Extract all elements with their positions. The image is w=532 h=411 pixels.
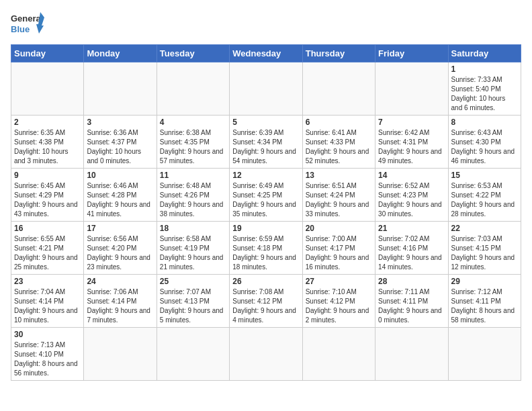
day-info: Sunrise: 7:11 AM Sunset: 4:11 PM Dayligh… [378,287,445,325]
calendar-cell: 4Sunrise: 6:38 AM Sunset: 4:35 PM Daylig… [157,116,229,169]
calendar-cell: 26Sunrise: 7:08 AM Sunset: 4:12 PM Dayli… [230,275,302,328]
page-header: General Blue [11,11,521,38]
calendar-cell: 1Sunrise: 7:33 AM Sunset: 5:40 PM Daylig… [448,62,521,116]
weekday-friday: Friday [375,45,448,62]
day-info: Sunrise: 6:39 AM Sunset: 4:34 PM Dayligh… [232,128,299,166]
calendar-cell: 2Sunrise: 6:35 AM Sunset: 4:38 PM Daylig… [11,116,84,169]
day-info: Sunrise: 6:58 AM Sunset: 4:19 PM Dayligh… [160,234,226,272]
weekday-tuesday: Tuesday [157,45,229,62]
calendar-cell: 12Sunrise: 6:49 AM Sunset: 4:25 PM Dayli… [230,169,302,222]
calendar-cell: 9Sunrise: 6:45 AM Sunset: 4:29 PM Daylig… [11,169,84,222]
day-info: Sunrise: 7:00 AM Sunset: 4:17 PM Dayligh… [306,234,372,272]
weekday-monday: Monday [84,45,157,62]
calendar-cell: 17Sunrise: 6:56 AM Sunset: 4:20 PM Dayli… [84,222,157,275]
day-number: 22 [451,224,518,233]
calendar-body: 1Sunrise: 7:33 AM Sunset: 5:40 PM Daylig… [11,62,521,381]
calendar-cell: 8Sunrise: 6:43 AM Sunset: 4:30 PM Daylig… [448,116,521,169]
day-number: 11 [160,171,226,180]
day-number: 24 [87,277,153,286]
day-info: Sunrise: 7:02 AM Sunset: 4:16 PM Dayligh… [378,234,445,272]
calendar-cell: 10Sunrise: 6:46 AM Sunset: 4:28 PM Dayli… [84,169,157,222]
calendar-cell [157,62,229,116]
day-number: 20 [306,224,372,233]
calendar-cell [84,328,157,381]
day-info: Sunrise: 7:04 AM Sunset: 4:14 PM Dayligh… [14,287,81,325]
day-number: 2 [14,118,81,127]
day-number: 18 [160,224,226,233]
calendar-cell: 7Sunrise: 6:42 AM Sunset: 4:31 PM Daylig… [375,116,448,169]
day-number: 15 [451,171,518,180]
day-info: Sunrise: 6:52 AM Sunset: 4:23 PM Dayligh… [378,181,445,219]
day-number: 16 [14,224,81,233]
day-number: 9 [14,171,81,180]
day-number: 10 [87,171,153,180]
day-info: Sunrise: 6:56 AM Sunset: 4:20 PM Dayligh… [87,234,153,272]
calendar-cell: 24Sunrise: 7:06 AM Sunset: 4:14 PM Dayli… [84,275,157,328]
calendar-cell: 28Sunrise: 7:11 AM Sunset: 4:11 PM Dayli… [375,275,448,328]
day-info: Sunrise: 6:49 AM Sunset: 4:25 PM Dayligh… [232,181,299,219]
day-number: 8 [451,118,518,127]
day-info: Sunrise: 6:59 AM Sunset: 4:18 PM Dayligh… [232,234,299,272]
day-number: 28 [378,277,445,286]
calendar-cell [230,328,302,381]
day-number: 23 [14,277,81,286]
calendar-cell: 23Sunrise: 7:04 AM Sunset: 4:14 PM Dayli… [11,275,84,328]
day-number: 17 [87,224,153,233]
logo: General Blue [11,11,44,38]
calendar-cell [84,62,157,116]
calendar-cell: 29Sunrise: 7:12 AM Sunset: 4:11 PM Dayli… [448,275,521,328]
calendar-cell: 11Sunrise: 6:48 AM Sunset: 4:26 PM Dayli… [157,169,229,222]
day-number: 25 [160,277,226,286]
day-info: Sunrise: 7:03 AM Sunset: 4:15 PM Dayligh… [451,234,518,272]
calendar-cell [375,62,448,116]
calendar-cell: 18Sunrise: 6:58 AM Sunset: 4:19 PM Dayli… [157,222,229,275]
calendar-cell: 27Sunrise: 7:10 AM Sunset: 4:12 PM Dayli… [302,275,375,328]
calendar-cell: 14Sunrise: 6:52 AM Sunset: 4:23 PM Dayli… [375,169,448,222]
calendar-cell: 3Sunrise: 6:36 AM Sunset: 4:37 PM Daylig… [84,116,157,169]
day-number: 14 [378,171,445,180]
logo-svg: General Blue [11,11,44,38]
day-info: Sunrise: 6:55 AM Sunset: 4:21 PM Dayligh… [14,234,81,272]
calendar-cell: 22Sunrise: 7:03 AM Sunset: 4:15 PM Dayli… [448,222,521,275]
day-number: 19 [232,224,299,233]
day-number: 27 [306,277,372,286]
day-info: Sunrise: 7:12 AM Sunset: 4:11 PM Dayligh… [451,287,518,325]
day-info: Sunrise: 7:33 AM Sunset: 5:40 PM Dayligh… [451,75,518,113]
day-info: Sunrise: 6:41 AM Sunset: 4:33 PM Dayligh… [306,128,372,166]
day-number: 4 [160,118,226,127]
day-info: Sunrise: 6:36 AM Sunset: 4:37 PM Dayligh… [87,128,153,166]
day-number: 13 [306,171,372,180]
day-info: Sunrise: 6:48 AM Sunset: 4:26 PM Dayligh… [160,181,226,219]
calendar-table: SundayMondayTuesdayWednesdayThursdayFrid… [11,44,521,381]
weekday-saturday: Saturday [448,45,521,62]
day-number: 21 [378,224,445,233]
day-info: Sunrise: 7:07 AM Sunset: 4:13 PM Dayligh… [160,287,226,325]
weekday-sunday: Sunday [11,45,84,62]
day-number: 26 [232,277,299,286]
day-info: Sunrise: 6:43 AM Sunset: 4:30 PM Dayligh… [451,128,518,166]
calendar-cell [375,328,448,381]
day-info: Sunrise: 6:35 AM Sunset: 4:38 PM Dayligh… [14,128,81,166]
day-info: Sunrise: 7:10 AM Sunset: 4:12 PM Dayligh… [306,287,372,325]
calendar-cell: 15Sunrise: 6:53 AM Sunset: 4:22 PM Dayli… [448,169,521,222]
calendar-cell: 6Sunrise: 6:41 AM Sunset: 4:33 PM Daylig… [302,116,375,169]
day-info: Sunrise: 6:45 AM Sunset: 4:29 PM Dayligh… [14,181,81,219]
calendar-cell [302,328,375,381]
day-number: 1 [451,64,518,74]
calendar-cell: 20Sunrise: 7:00 AM Sunset: 4:17 PM Dayli… [302,222,375,275]
day-number: 3 [87,118,153,127]
calendar-cell [302,62,375,116]
calendar-cell: 21Sunrise: 7:02 AM Sunset: 4:16 PM Dayli… [375,222,448,275]
calendar-cell: 13Sunrise: 6:51 AM Sunset: 4:24 PM Dayli… [302,169,375,222]
day-info: Sunrise: 7:06 AM Sunset: 4:14 PM Dayligh… [87,287,153,325]
day-number: 7 [378,118,445,127]
day-info: Sunrise: 7:08 AM Sunset: 4:12 PM Dayligh… [232,287,299,325]
svg-text:Blue: Blue [11,24,30,34]
svg-text:General: General [11,13,43,24]
day-number: 12 [232,171,299,180]
calendar-cell: 19Sunrise: 6:59 AM Sunset: 4:18 PM Dayli… [230,222,302,275]
calendar-cell [11,62,84,116]
weekday-wednesday: Wednesday [230,45,302,62]
calendar-cell [448,328,521,381]
calendar-cell [230,62,302,116]
